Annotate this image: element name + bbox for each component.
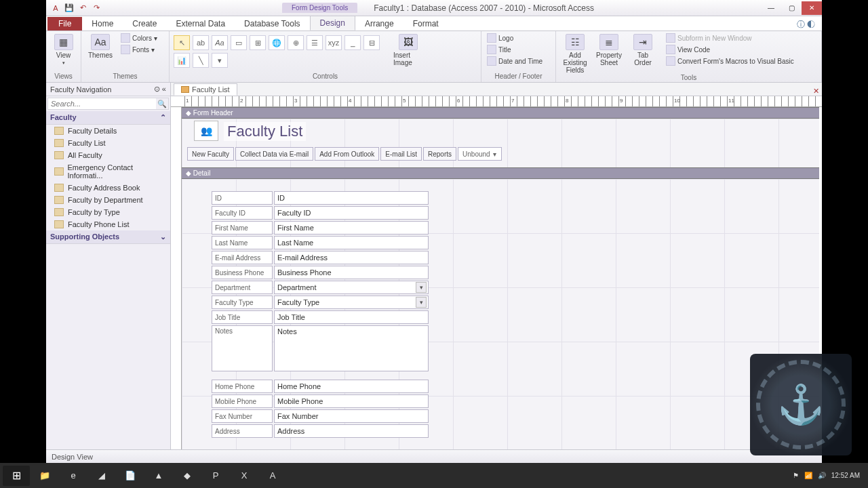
reports-button[interactable]: Reports — [423, 147, 456, 161]
option-tool-icon[interactable]: xyz — [326, 35, 342, 50]
nav-item-all-faculty[interactable]: All Faculty — [46, 149, 170, 161]
businessphone-label[interactable]: Business Phone — [212, 266, 273, 279]
web-tool-icon[interactable]: ⊕ — [288, 35, 304, 50]
chevron-left-icon[interactable]: ⊙ « — [154, 85, 166, 94]
close-tab-icon[interactable]: ✕ — [813, 87, 819, 96]
nav-item-faculty-details[interactable]: Faculty Details — [46, 125, 170, 137]
nav-item-faculty-list[interactable]: Faculty List — [46, 137, 170, 149]
help-icon[interactable]: ⓘ ◐ — [797, 19, 822, 30]
horizontal-ruler[interactable]: 1234567891011 — [171, 96, 822, 107]
insert-image-button[interactable]: 🖼Insert Image — [393, 33, 423, 66]
taskbar-explorer-icon[interactable]: 📁 — [31, 466, 58, 486]
lastname-control[interactable]: Last Name — [274, 236, 429, 249]
new-faculty-button[interactable]: New Faculty — [187, 147, 234, 161]
tab-format[interactable]: Format — [403, 17, 448, 30]
nav-group-faculty[interactable]: Faculty⌃ — [46, 111, 170, 125]
label-tool-icon[interactable]: Aa — [212, 35, 228, 50]
start-button[interactable]: ⊞ — [3, 466, 30, 486]
unbound-combo[interactable]: Unbound▾ — [458, 147, 502, 161]
title-button[interactable]: Title — [486, 44, 544, 55]
businessphone-control[interactable]: Business Phone — [274, 266, 429, 279]
nav-group-supporting[interactable]: Supporting Objects⌄ — [46, 230, 170, 244]
vertical-ruler[interactable] — [171, 107, 182, 449]
minimize-button[interactable]: — — [761, 1, 781, 15]
colors-button[interactable]: Colors ▾ — [119, 33, 159, 43]
search-input[interactable] — [48, 98, 156, 109]
taskbar-notepad-icon[interactable]: 📄 — [117, 466, 144, 486]
collect-data-button[interactable]: Collect Data via E-mail — [235, 147, 313, 161]
firstname-control[interactable]: First Name — [274, 221, 429, 235]
themes-button[interactable]: AaThemes — [85, 33, 115, 59]
nav-item-address-book[interactable]: Faculty Address Book — [46, 182, 170, 194]
detail-section[interactable]: IDID Faculty IDFaculty ID First NameFirs… — [182, 179, 819, 449]
select-tool-icon[interactable]: ↖ — [174, 35, 190, 50]
email-control[interactable]: E-mail Address — [274, 251, 429, 264]
view-button[interactable]: ▦View▾ — [50, 33, 77, 66]
department-combo[interactable]: Department — [274, 281, 429, 294]
address-control[interactable]: Address — [274, 424, 429, 438]
fonts-button[interactable]: Fonts ▾ — [119, 44, 159, 55]
department-label[interactable]: Department — [212, 281, 273, 294]
tab-file[interactable]: File — [47, 17, 82, 30]
jobtitle-control[interactable]: Job Title — [274, 310, 429, 324]
email-label[interactable]: E-mail Address — [212, 251, 273, 264]
fax-label[interactable]: Fax Number — [212, 409, 273, 423]
tab-external-data[interactable]: External Data — [166, 17, 235, 30]
id-label[interactable]: ID — [212, 191, 273, 205]
nav-item-phone-list[interactable]: Faculty Phone List — [46, 218, 170, 230]
taskbar-vs-icon[interactable]: ◢ — [88, 466, 115, 486]
tab-arrange[interactable]: Arrange — [355, 17, 403, 30]
textbox-tool-icon[interactable]: ab — [193, 35, 209, 50]
form-title-label[interactable]: Faculty List — [224, 122, 306, 141]
taskbar-access-icon[interactable]: A — [259, 466, 286, 486]
nav-item-emergency[interactable]: Emergency Contact Informati... — [46, 161, 170, 182]
facultytype-label[interactable]: Faculty Type — [212, 296, 273, 309]
tray-network-icon[interactable]: 📶 — [804, 472, 812, 479]
taskbar-app-icon[interactable]: ◆ — [174, 466, 201, 486]
tab-database-tools[interactable]: Database Tools — [235, 17, 310, 30]
pagebreak-tool-icon[interactable]: ⎯ — [344, 35, 361, 50]
nav-item-by-department[interactable]: Faculty by Department — [46, 194, 170, 206]
email-list-button[interactable]: E-mail List — [380, 147, 422, 161]
taskbar-vlc-icon[interactable]: ▲ — [145, 466, 172, 486]
tab-create[interactable]: Create — [123, 17, 166, 30]
design-surface[interactable]: ◆ Form Header 👥 Faculty List New Faculty… — [171, 107, 822, 449]
tray-clock[interactable]: 12:52 AM — [831, 472, 860, 479]
address-label[interactable]: Address — [212, 424, 273, 438]
tab-tool-icon[interactable]: ⊞ — [250, 35, 266, 50]
tab-home[interactable]: Home — [82, 17, 123, 30]
taskbar-ie-icon[interactable]: e — [60, 466, 87, 486]
save-icon[interactable]: 💾 — [64, 3, 75, 14]
more-tools-icon[interactable]: ▾ — [212, 53, 228, 68]
button-tool-icon[interactable]: ▭ — [231, 35, 247, 50]
facultytype-combo[interactable]: Faculty Type — [274, 296, 429, 309]
logo-button[interactable]: Logo — [486, 33, 544, 43]
firstname-label[interactable]: First Name — [212, 221, 273, 235]
redo-icon[interactable]: ↷ — [91, 3, 102, 14]
chart-tool-icon[interactable]: 📊 — [174, 53, 190, 68]
facultyid-label[interactable]: Faculty ID — [212, 206, 273, 220]
notes-control[interactable]: Notes — [274, 325, 429, 371]
property-sheet-button[interactable]: ≣Property Sheet — [594, 33, 624, 66]
fax-control[interactable]: Fax Number — [274, 409, 429, 423]
id-control[interactable]: ID — [274, 191, 429, 205]
line-tool-icon[interactable]: ╲ — [193, 53, 209, 68]
add-fields-button[interactable]: ☷Add Existing Fields — [560, 33, 590, 74]
taskbar-excel-icon[interactable]: X — [231, 466, 258, 486]
notes-label[interactable]: Notes — [212, 325, 273, 371]
add-from-outlook-button[interactable]: Add From Outlook — [315, 147, 379, 161]
homephone-control[interactable]: Home Phone — [274, 380, 429, 393]
maximize-button[interactable]: ▢ — [781, 1, 802, 15]
mobilephone-control[interactable]: Mobile Phone — [274, 394, 429, 408]
system-tray[interactable]: ⚑ 📶 🔊 12:52 AM — [793, 472, 865, 479]
tab-faculty-list[interactable]: Faculty List — [174, 83, 237, 96]
tab-order-button[interactable]: ⇥Tab Order — [628, 33, 658, 66]
section-form-header[interactable]: ◆ Form Header — [182, 107, 819, 119]
tray-flag-icon[interactable]: ⚑ — [793, 472, 799, 479]
form-header-section[interactable]: 👥 Faculty List New Faculty Collect Data … — [182, 119, 819, 167]
nav-tool-icon[interactable]: ☰ — [307, 35, 323, 50]
jobtitle-label[interactable]: Job Title — [212, 310, 273, 324]
form-logo-control[interactable]: 👥 — [194, 121, 218, 141]
homephone-label[interactable]: Home Phone — [212, 380, 273, 393]
tray-volume-icon[interactable]: 🔊 — [818, 472, 826, 479]
